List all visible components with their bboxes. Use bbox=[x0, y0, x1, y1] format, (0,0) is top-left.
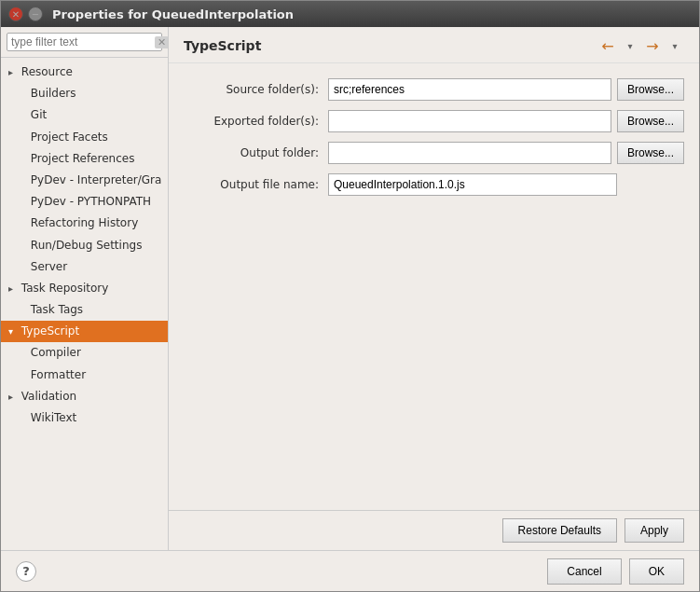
tree-item-validation[interactable]: ▸ Validation bbox=[1, 386, 168, 407]
exported-folder-label: Exported folder(s): bbox=[184, 115, 328, 128]
output-file-name-row: Output file name: bbox=[184, 173, 684, 196]
window-controls: ✕ − bbox=[8, 7, 43, 21]
tree-item-builders[interactable]: Builders bbox=[1, 83, 168, 104]
tree-item-wikitext[interactable]: WikiText bbox=[1, 407, 168, 429]
tree-label-server: Server bbox=[31, 260, 67, 273]
back-dropdown-icon[interactable]: ▾ bbox=[621, 36, 639, 55]
tree-arrow-task-repository: ▸ bbox=[8, 282, 18, 296]
tree-label-pydev-interpreter: PyDev - Interpreter/Gra bbox=[31, 173, 162, 186]
exported-folder-input[interactable] bbox=[328, 110, 611, 132]
tree-item-project-facets[interactable]: Project Facets bbox=[1, 127, 168, 148]
footer-buttons: Cancel OK bbox=[547, 558, 684, 585]
tree-item-git[interactable]: Git bbox=[1, 104, 168, 126]
output-file-name-input[interactable] bbox=[328, 173, 617, 196]
tree-label-task-tags: Task Tags bbox=[31, 303, 83, 316]
tree-item-project-references[interactable]: Project References bbox=[1, 148, 168, 170]
tree-arrow-validation: ▸ bbox=[8, 390, 18, 405]
tree-label-builders: Builders bbox=[31, 87, 76, 100]
tree-label-project-facets: Project Facets bbox=[31, 131, 108, 144]
tree-item-refactoring-history[interactable]: Refactoring History bbox=[1, 213, 168, 234]
tree-label-task-repository: Task Repository bbox=[21, 282, 109, 295]
tree-label-project-references: Project References bbox=[31, 152, 135, 165]
right-panel-title: TypeScript bbox=[184, 38, 261, 53]
main-window: ✕ − Properties for QueuedInterpolation ✕… bbox=[0, 0, 700, 592]
exported-folder-browse-button[interactable]: Browse... bbox=[617, 110, 684, 132]
filter-input-wrapper: ✕ bbox=[7, 33, 162, 51]
toolbar-icons: ← ▾ → ▾ bbox=[598, 36, 684, 55]
right-panel-header: TypeScript ← ▾ → ▾ bbox=[169, 27, 699, 63]
tree-arrow-typescript: ▾ bbox=[8, 324, 18, 339]
tree-item-pydev-pythonpath[interactable]: PyDev - PYTHONPATH bbox=[1, 191, 168, 213]
restore-defaults-button[interactable]: Restore Defaults bbox=[502, 518, 617, 543]
source-folder-label: Source folder(s): bbox=[184, 83, 328, 96]
tree-item-task-tags[interactable]: Task Tags bbox=[1, 299, 168, 321]
tree-item-server[interactable]: Server bbox=[1, 256, 168, 278]
exported-folder-row: Exported folder(s): Browse... bbox=[184, 110, 684, 132]
apply-button[interactable]: Apply bbox=[625, 518, 684, 543]
tree-item-task-repository[interactable]: ▸ Task Repository bbox=[1, 278, 168, 299]
close-button[interactable]: ✕ bbox=[8, 7, 23, 21]
tree-label-validation: Validation bbox=[21, 390, 76, 403]
output-file-name-label: Output file name: bbox=[184, 178, 328, 191]
form-area: Source folder(s): Browse... Exported fol… bbox=[169, 63, 699, 510]
output-folder-row: Output folder: Browse... bbox=[184, 142, 684, 164]
title-bar: ✕ − Properties for QueuedInterpolation bbox=[1, 1, 699, 27]
tree-area: ▸ Resource Builders Git Project Facets bbox=[1, 58, 168, 550]
tree-item-resource[interactable]: ▸ Resource bbox=[1, 62, 168, 83]
output-folder-browse-button[interactable]: Browse... bbox=[617, 142, 684, 164]
footer-bar: ? Cancel OK bbox=[1, 550, 699, 591]
tree-label-pydev-pythonpath: PyDev - PYTHONPATH bbox=[31, 195, 151, 208]
clear-filter-icon[interactable]: ✕ bbox=[155, 36, 169, 48]
tree-label-typescript: TypeScript bbox=[21, 324, 79, 337]
forward-icon[interactable]: → bbox=[643, 36, 662, 55]
source-folder-browse-button[interactable]: Browse... bbox=[617, 78, 684, 101]
tree-label-resource: Resource bbox=[21, 65, 73, 78]
left-panel: ✕ ▸ Resource Builders Git Proj bbox=[1, 27, 169, 550]
content-area: ✕ ▸ Resource Builders Git Proj bbox=[1, 27, 699, 550]
tree-label-wikitext: WikiText bbox=[31, 411, 77, 424]
tree-label-formatter: Formatter bbox=[31, 368, 86, 381]
tree-item-formatter[interactable]: Formatter bbox=[1, 365, 168, 386]
tree-label-compiler: Compiler bbox=[31, 346, 81, 359]
window-title: Properties for QueuedInterpolation bbox=[52, 7, 294, 21]
source-folder-input[interactable] bbox=[328, 78, 611, 101]
filter-box: ✕ bbox=[1, 27, 168, 58]
tree-label-run-debug: Run/Debug Settings bbox=[31, 239, 143, 252]
ok-button[interactable]: OK bbox=[629, 558, 684, 585]
output-folder-label: Output folder: bbox=[184, 146, 328, 159]
bottom-action-buttons: Restore Defaults Apply bbox=[169, 510, 699, 550]
forward-dropdown-icon[interactable]: ▾ bbox=[666, 36, 684, 55]
tree-arrow-resource: ▸ bbox=[8, 65, 18, 80]
filter-input[interactable] bbox=[11, 35, 151, 48]
tree-item-run-debug[interactable]: Run/Debug Settings bbox=[1, 235, 168, 256]
minimize-button[interactable]: − bbox=[28, 7, 43, 21]
tree-item-pydev-interpreter[interactable]: PyDev - Interpreter/Gra bbox=[1, 170, 168, 191]
help-icon[interactable]: ? bbox=[16, 561, 36, 582]
tree-item-compiler[interactable]: Compiler bbox=[1, 342, 168, 364]
output-folder-input[interactable] bbox=[328, 142, 611, 164]
tree-item-typescript[interactable]: ▾ TypeScript bbox=[1, 321, 168, 342]
back-icon[interactable]: ← bbox=[598, 36, 617, 55]
tree-label-git: Git bbox=[31, 108, 47, 121]
tree-label-refactoring-history: Refactoring History bbox=[31, 216, 138, 229]
cancel-button[interactable]: Cancel bbox=[547, 558, 621, 585]
right-panel: TypeScript ← ▾ → ▾ Source folder(s): Bro… bbox=[169, 27, 699, 550]
source-folder-row: Source folder(s): Browse... bbox=[184, 78, 684, 101]
